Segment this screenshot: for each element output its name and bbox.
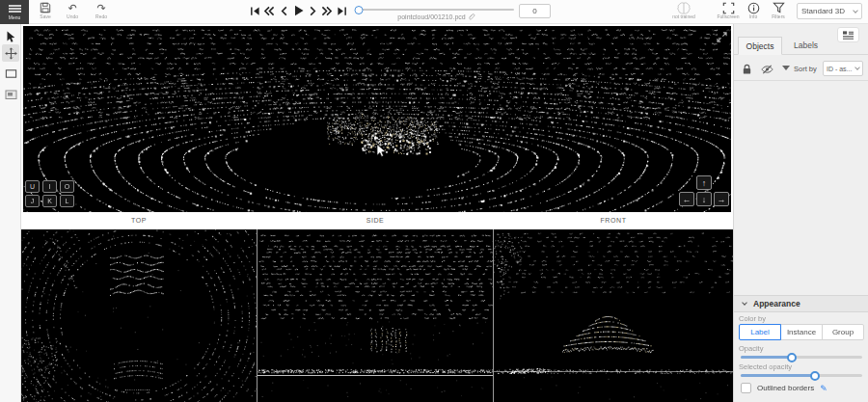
fast-forward-button[interactable] xyxy=(321,5,333,16)
appearance-header[interactable]: Appearance xyxy=(734,295,868,312)
menu-label: Menu xyxy=(9,14,21,20)
right-panel: Objects Labels Sort by ID - as... Appear… xyxy=(733,24,868,402)
objects-controls-row: Sort by ID - as... xyxy=(734,57,868,81)
sort-select[interactable]: ID - as... xyxy=(823,61,863,76)
save-label: Save xyxy=(33,13,58,19)
cuboid-icon xyxy=(5,67,17,80)
move-tool[interactable] xyxy=(2,44,19,62)
color-by-group-button[interactable]: Group xyxy=(822,324,864,340)
top-view-canvas[interactable] xyxy=(21,229,257,402)
pointcloud-filename: pointcloud/001210.pcd xyxy=(349,13,524,20)
nn-status-label: not trained xyxy=(671,13,696,19)
top-view-label: TOP xyxy=(21,217,257,224)
cuboid-tool[interactable] xyxy=(2,65,19,82)
nav-key-k[interactable]: K xyxy=(42,195,57,207)
lock-icon[interactable] xyxy=(742,62,752,79)
opacity-label: Opacity xyxy=(739,344,763,353)
skip-start-button[interactable] xyxy=(249,5,260,16)
nav-key-l[interactable]: L xyxy=(60,195,74,207)
image-icon xyxy=(5,90,17,100)
skip-end-button[interactable] xyxy=(336,5,347,16)
ortho-view-labels: TOP SIDE FRONT xyxy=(21,214,733,229)
dropdown-caret-icon[interactable] xyxy=(782,66,790,70)
outlined-borders-label: Outlined borders xyxy=(757,384,814,392)
pointcloud-labeling-app: Menu Save ↶ Undo ↷ Redo xyxy=(0,0,868,402)
view-mode-select[interactable]: Standard 3D xyxy=(797,3,862,19)
nav-key-u[interactable]: U xyxy=(25,180,40,193)
outlined-borders-row: Outlined borders ✎ xyxy=(741,383,827,393)
paperclip-icon[interactable] xyxy=(468,13,475,20)
fullscreen-button[interactable]: Fullscreen xyxy=(716,2,741,19)
save-button[interactable]: Save xyxy=(33,2,58,19)
step-backward-button[interactable] xyxy=(278,5,289,16)
frame-slider[interactable] xyxy=(359,9,514,11)
color-by-instance-button[interactable]: Instance xyxy=(780,324,823,340)
mouse-cursor xyxy=(376,144,387,162)
play-button[interactable] xyxy=(292,5,304,16)
pan-right-button[interactable]: → xyxy=(714,192,729,206)
front-view-canvas[interactable] xyxy=(494,229,733,402)
list-layout-icon xyxy=(842,30,854,40)
chevron-down-icon xyxy=(854,65,860,70)
main-3d-view: U I O J K L ↑ ← ↓ → xyxy=(21,24,733,214)
undo-button[interactable]: ↶ Undo xyxy=(60,2,85,19)
color-by-group: Label Instance Group xyxy=(739,324,864,340)
pencil-icon[interactable]: ✎ xyxy=(820,384,827,393)
eye-off-icon[interactable] xyxy=(761,62,773,79)
playback-controls xyxy=(249,5,347,16)
appearance-title: Appearance xyxy=(753,299,800,308)
nav-key-i[interactable]: I xyxy=(42,180,57,193)
nn-status-button[interactable]: not trained xyxy=(671,2,696,19)
move-icon xyxy=(5,47,17,60)
filters-label: Filters xyxy=(766,13,791,19)
filters-button[interactable]: Filters xyxy=(766,2,791,19)
selected-opacity-slider[interactable] xyxy=(741,374,862,377)
info-button[interactable]: Info xyxy=(741,2,766,19)
nav-key-o[interactable]: O xyxy=(60,180,74,193)
frame-number-input[interactable] xyxy=(519,4,551,18)
redo-label: Redo xyxy=(89,13,114,19)
sort-by-label: Sort by xyxy=(794,65,817,73)
opacity-slider-handle[interactable] xyxy=(787,353,797,362)
color-by-label: Color by xyxy=(739,314,766,323)
selected-opacity-slider-fill xyxy=(741,374,815,377)
selected-opacity-label: Selected opacity xyxy=(739,362,792,371)
tab-objects[interactable]: Objects xyxy=(738,37,782,55)
hamburger-icon xyxy=(9,5,21,13)
top-toolbar: Menu Save ↶ Undo ↷ Redo xyxy=(0,0,868,24)
nav-key-j[interactable]: J xyxy=(25,195,40,207)
tool-sidebar xyxy=(0,24,21,402)
side-view-canvas[interactable] xyxy=(258,229,493,402)
step-forward-button[interactable] xyxy=(307,5,318,16)
outlined-borders-checkbox[interactable] xyxy=(741,383,751,393)
info-label: Info xyxy=(741,13,766,19)
expand-view-icon[interactable] xyxy=(717,29,727,46)
pan-down-button[interactable]: ↓ xyxy=(696,192,712,206)
chevron-down-icon xyxy=(853,8,858,13)
tab-labels[interactable]: Labels xyxy=(794,40,818,50)
pan-left-button[interactable]: ← xyxy=(679,192,694,206)
view-mode-value: Standard 3D xyxy=(801,7,845,15)
menu-button[interactable]: Menu xyxy=(0,0,29,24)
color-by-label-button[interactable]: Label xyxy=(739,324,781,340)
fast-backward-button[interactable] xyxy=(263,5,275,16)
main-3d-canvas[interactable] xyxy=(23,26,731,212)
opacity-slider[interactable] xyxy=(741,356,862,359)
side-view-label: SIDE xyxy=(258,217,493,224)
collapse-chevron-icon xyxy=(742,300,747,306)
image-tool[interactable] xyxy=(2,86,19,103)
selected-opacity-slider-handle[interactable] xyxy=(810,371,820,381)
select-tool[interactable] xyxy=(2,28,19,45)
panel-layout-button[interactable] xyxy=(837,27,859,42)
pan-up-button[interactable]: ↑ xyxy=(696,175,712,190)
undo-label: Undo xyxy=(60,13,85,19)
pointer-icon xyxy=(6,31,15,43)
fullscreen-label: Fullscreen xyxy=(716,13,741,19)
opacity-slider-fill xyxy=(741,356,792,359)
front-view-label: FRONT xyxy=(494,217,733,224)
ortho-views xyxy=(21,229,733,402)
sort-value: ID - as... xyxy=(827,66,852,72)
redo-button[interactable]: ↷ Redo xyxy=(89,2,114,19)
